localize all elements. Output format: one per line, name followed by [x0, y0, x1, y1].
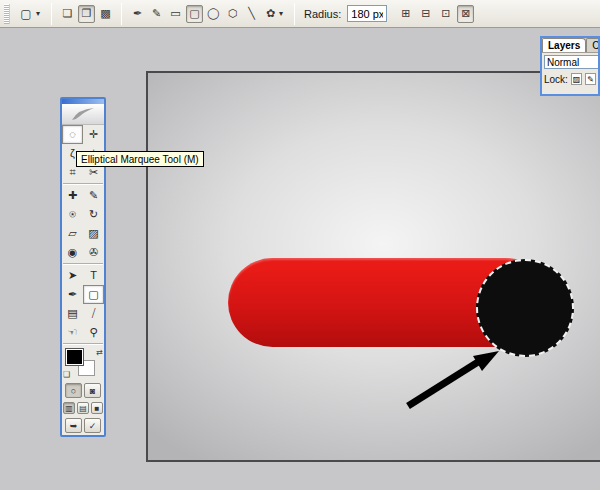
- edit-mode-buttons: ○ ◙: [65, 383, 101, 398]
- exclude-overlapping-areas-button[interactable]: ⊠: [457, 5, 474, 23]
- notes-tool[interactable]: ▤: [62, 304, 83, 323]
- toolbox-separator: [63, 263, 103, 265]
- foreground-color-swatch[interactable]: [66, 349, 83, 365]
- fill-pixels-mode-button[interactable]: ▩: [97, 5, 114, 23]
- line-tool-button[interactable]: ╲: [243, 5, 260, 23]
- photoshop-feather-logo: [62, 104, 104, 125]
- separator: [294, 3, 295, 25]
- rounded-rectangle-tool[interactable]: ▢: [83, 285, 104, 304]
- dodge-tool[interactable]: ✇: [83, 243, 104, 262]
- separator: [51, 3, 52, 25]
- lock-row: Lock: ▨ ✎: [542, 71, 598, 87]
- polygon-tool-button[interactable]: ⬡: [224, 5, 241, 23]
- rounded-rectangle-tool-button[interactable]: ▢: [186, 5, 203, 23]
- tool-grid: ✚ ✎ ⍟ ↻ ▱ ▨ ◉ ✇: [62, 186, 104, 262]
- combine-buttons-group: ⊞ ⊟ ⊡ ⊠: [397, 5, 474, 23]
- layers-panel-tabs: Layers Ch: [542, 38, 598, 53]
- tool-preset-button[interactable]: ▢: [16, 4, 36, 24]
- ellipse-tool-button[interactable]: ◯: [205, 5, 222, 23]
- layers-panel: Layers Ch Normal Lock: ▨ ✎: [540, 36, 600, 96]
- imageready-row: ➥ ✓: [65, 418, 101, 433]
- standard-screen-mode-button[interactable]: ▥: [63, 402, 75, 414]
- brush-tool[interactable]: ✎: [83, 186, 104, 205]
- add-to-shape-area-button[interactable]: ⊞: [397, 5, 414, 23]
- edit-in-imageready-button[interactable]: ➥: [65, 418, 82, 433]
- document-canvas[interactable]: [146, 71, 600, 462]
- radius-label: Radius:: [304, 8, 341, 20]
- tool-grid: ➤ T ✒ ▢ ▤ ⧸ ☜ ⚲: [62, 266, 104, 342]
- intersect-shape-areas-button[interactable]: ⊡: [437, 5, 454, 23]
- path-selection-tool[interactable]: ➤: [62, 266, 83, 285]
- color-swatches: ⇄ ❏: [63, 348, 103, 379]
- annotation-arrow: [148, 73, 600, 462]
- lock-transparency-icon[interactable]: ▨: [571, 73, 582, 85]
- shape-layers-mode-button[interactable]: ❏: [59, 5, 76, 23]
- shape-tools-dropdown-icon[interactable]: ▾: [279, 9, 287, 18]
- lock-paint-icon[interactable]: ✎: [585, 73, 596, 85]
- paths-mode-button[interactable]: ❐: [78, 5, 95, 23]
- screen-mode-buttons: ▥ ▤ ■: [63, 402, 103, 414]
- lock-label: Lock:: [544, 74, 568, 85]
- tab-channels[interactable]: Ch: [586, 38, 600, 52]
- toolbox-palette: ◌ ✛ ζ ✶ ⌗ ✂ ✚ ✎ ⍟ ↻ ▱ ▨ ◉ ✇ ➤ T ✒ ▢ ▤ ⧸ …: [60, 97, 106, 437]
- healing-brush-tool[interactable]: ✚: [62, 186, 83, 205]
- radius-input[interactable]: [347, 5, 387, 22]
- toolbox-separator: [63, 343, 103, 345]
- custom-shape-tool-button[interactable]: ✿: [262, 5, 279, 23]
- move-tool[interactable]: ✛: [83, 125, 104, 144]
- options-bar: ▢ ▾ ❏ ❐ ▩ ✒ ✎ ▭ ▢ ◯ ⬡ ╲ ✿ ▾ Radius: ⊞ ⊟ …: [0, 0, 600, 28]
- blur-tool[interactable]: ◉: [62, 243, 83, 262]
- tool-preset-dropdown-icon[interactable]: ▾: [36, 9, 44, 18]
- tab-layers[interactable]: Layers: [542, 38, 586, 52]
- tool-tooltip: Elliptical Marquee Tool (M): [76, 151, 204, 167]
- elliptical-marquee-tool[interactable]: ◌: [62, 125, 83, 144]
- subtract-from-shape-area-button[interactable]: ⊟: [417, 5, 434, 23]
- gradient-tool[interactable]: ▨: [83, 224, 104, 243]
- rectangle-tool-button[interactable]: ▭: [167, 5, 184, 23]
- zoom-tool[interactable]: ⚲: [83, 323, 104, 342]
- eraser-tool[interactable]: ▱: [62, 224, 83, 243]
- type-tool[interactable]: T: [83, 266, 104, 285]
- default-colors-icon[interactable]: ❏: [63, 370, 70, 379]
- history-brush-tool[interactable]: ↻: [83, 205, 104, 224]
- fullscreen-with-menu-button[interactable]: ▤: [77, 402, 89, 414]
- hand-tool[interactable]: ☜: [62, 323, 83, 342]
- imageready-check-icon[interactable]: ✓: [84, 418, 101, 433]
- eyedropper-tool[interactable]: ⧸: [83, 304, 104, 323]
- freeform-pen-tool-button[interactable]: ✎: [148, 5, 165, 23]
- blend-mode-select[interactable]: Normal: [544, 55, 600, 69]
- toolbox-separator: [63, 183, 103, 185]
- fullscreen-mode-button[interactable]: ■: [91, 402, 103, 414]
- quick-mask-mode-button[interactable]: ◙: [84, 383, 101, 398]
- separator: [121, 3, 122, 25]
- options-bar-grip[interactable]: [4, 4, 10, 24]
- swap-colors-icon[interactable]: ⇄: [96, 348, 103, 357]
- pen-tool-button[interactable]: ✒: [129, 5, 146, 23]
- pen-tool[interactable]: ✒: [62, 285, 83, 304]
- clone-stamp-tool[interactable]: ⍟: [62, 205, 83, 224]
- standard-mode-button[interactable]: ○: [65, 383, 82, 398]
